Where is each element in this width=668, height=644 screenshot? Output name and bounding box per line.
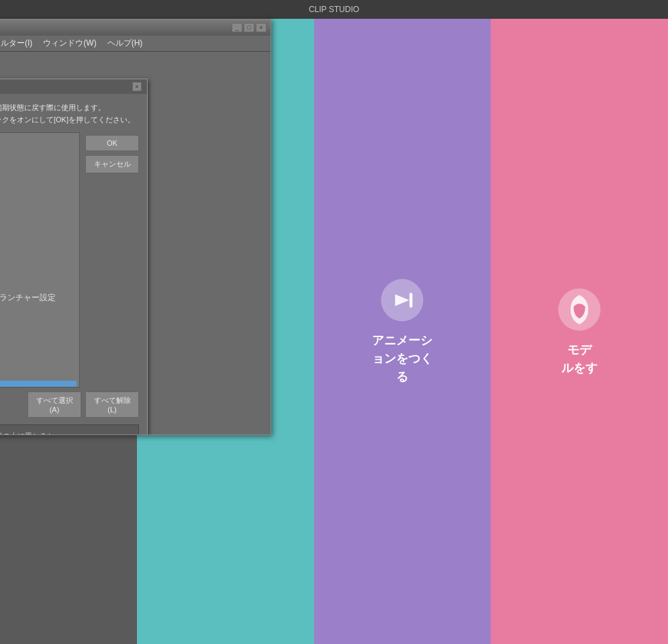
close-paint-button[interactable]: ×: [256, 23, 267, 32]
check-item-7[interactable]: サブビュー: [0, 244, 77, 259]
check-item-16[interactable]: オートアクション: [0, 381, 77, 387]
check-item-9[interactable]: ショートカット設定: [0, 275, 77, 290]
select-all-button[interactable]: すべて選択(A): [28, 392, 81, 418]
init-dialog: 初期化起動 × このダイアログは、各種設定を初期状態に戻す際に使用します。 初期…: [0, 79, 148, 434]
check-item-11[interactable]: Tab-Mate Controller: [0, 306, 77, 319]
model-tile-text: モデルをす: [561, 341, 598, 377]
dialog-description: このダイアログは、各種設定を初期状態に戻す際に使用します。 初期状態に戻したい項…: [0, 102, 139, 126]
dialog-body: このダイアログは、各種設定を初期状態に戻す際に使用します。 初期状態に戻したい項…: [0, 94, 147, 434]
cancel-button[interactable]: キャンセル: [85, 155, 139, 173]
paint-titlebar-controls: _ □ ×: [232, 23, 267, 32]
check-item-1[interactable]: ブラシ形状: [0, 151, 77, 167]
check-item-4[interactable]: 選択色: [0, 197, 77, 213]
maximize-button[interactable]: □: [244, 23, 254, 32]
minimize-button[interactable]: _: [232, 23, 242, 32]
ok-button[interactable]: OK: [85, 135, 139, 151]
tile-anime[interactable]: アニメーションをつくる: [314, 19, 491, 644]
dialog-close-button[interactable]: ×: [132, 82, 142, 91]
check-item-15[interactable]: ワークスペース: [0, 365, 77, 381]
paint-menubar: ファイル(F) 編集(E) レイヤー(L) 選択範囲(S) 表示(V) フィルタ…: [0, 36, 271, 52]
paint-titlebar: CLIP STUDIO PAINT PRO _ □ ×: [0, 19, 271, 36]
check-item-6[interactable]: 素材の検索: [0, 228, 77, 244]
dialog-help: ? マウスカーソルを各項目の上に重ねると、 ここに説明が表示されます。: [0, 424, 139, 434]
check-item-14[interactable]: ウィンドウ表示位置: [0, 350, 77, 365]
check-item-5[interactable]: 規定のキャンバスサイズ: [0, 213, 77, 228]
content-area: マンガやイラストをかく アニメーションをつくる モデルをす CLIP STUDI…: [137, 19, 668, 644]
title-bar: CLIP STUDIO: [0, 0, 668, 19]
menu-help[interactable]: ヘルプ(H): [102, 36, 148, 51]
dialog-main: ツールブラシ形状ブラシサイズカラーセット選択色規定のキャンバスサイズ素材の検索サ…: [0, 132, 139, 387]
paint-content: 初期化起動 × このダイアログは、各種設定を初期状態に戻す際に使用します。 初期…: [0, 52, 271, 434]
help-text: マウスカーソルを各項目の上に重ねると、 ここに説明が表示されます。: [0, 430, 62, 434]
deselect-all-button[interactable]: すべて解除(L): [85, 392, 139, 418]
check-item-8[interactable]: 環境設定: [0, 259, 77, 275]
checklist[interactable]: ツールブラシ形状ブラシサイズカラーセット選択色規定のキャンバスサイズ素材の検索サ…: [0, 132, 80, 387]
anime-tile-text: アニメーションをつくる: [372, 332, 432, 386]
check-item-3[interactable]: カラーセット: [0, 182, 77, 197]
anime-icon: [379, 277, 426, 324]
tile-model[interactable]: モデルをす: [491, 19, 668, 644]
check-item-0[interactable]: ツール: [0, 136, 77, 151]
app-title: CLIP STUDIO: [309, 5, 359, 14]
dialog-bottom-buttons: すべて選択(A) すべて解除(L): [0, 392, 139, 418]
check-item-2[interactable]: ブラシサイズ: [0, 167, 77, 182]
check-item-13[interactable]: キャンバスウィンドウ: [0, 334, 77, 350]
check-item-10[interactable]: コマンドバー・選択範囲ランチャー設定: [0, 290, 77, 306]
menu-filter[interactable]: フィルター(I): [0, 36, 38, 51]
check-label-10: コマンドバー・選択範囲ランチャー設定: [0, 292, 56, 304]
model-icon: [556, 286, 603, 333]
menu-window[interactable]: ウィンドウ(W): [38, 36, 101, 51]
main-layout: CLIP STUDIO START 作品 作品一覧 素材 素材一覧 素材をさがす…: [0, 19, 668, 644]
dialog-titlebar: 初期化起動 ×: [0, 79, 147, 94]
check-item-12[interactable]: 最近使ったファイル: [0, 319, 77, 334]
dialog-buttons: OK キャンセル: [85, 132, 139, 387]
paint-window: CLIP STUDIO PAINT PRO _ □ × ファイル(F) 編集(E…: [0, 19, 271, 435]
